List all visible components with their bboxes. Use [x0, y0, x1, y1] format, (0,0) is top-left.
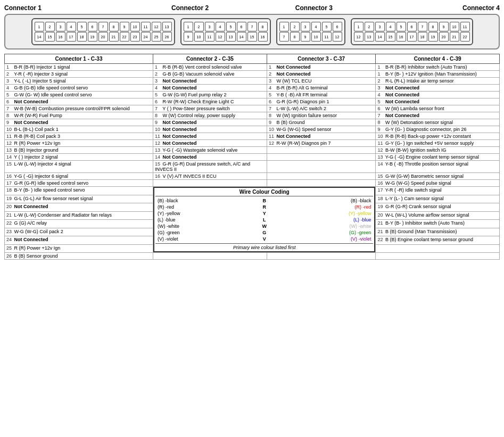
table-row: 18 B-Y (B- ) Idle speed control servo Wi… — [5, 187, 500, 195]
c37-pin10: 10 W-G (W-G) Speed sensor — [267, 126, 376, 133]
table-row: 16 Y-G ( -G) Injector 6 signal 16 V (V) … — [5, 173, 500, 180]
c35-pin7: 7 Y ( ) Pow-Steer pressure switch — [153, 105, 267, 112]
c33-pin1: 1 B-R (B-R) Injector 1 signal — [5, 64, 153, 71]
c33-pin14: 14 Y ( ) Injector 2 signal — [5, 154, 153, 161]
c39-empty2 — [376, 253, 500, 260]
c33-pin22: 22 G (G) A/C relay — [5, 220, 153, 228]
table-row: 13 B (B) Injector ground 13 Y-G ( -G) Wa… — [5, 147, 500, 154]
c39-pin14: 14 Y-B ( -B) Throttle position sensor si… — [376, 161, 500, 173]
c39-pin2: 2 R-L (R-L) Intake air temp sensor — [376, 78, 500, 85]
c35-pin14: 14 Not Connected — [153, 154, 267, 161]
connector-headers: Connector 1 Connector 2 Connector 3 Conn… — [4, 4, 500, 12]
c33-pin15: 15 L-W (L-W) Injector 4 signal — [5, 161, 153, 173]
c33-pin24: 24 Not Connected — [5, 236, 153, 245]
c35-pin2: 2 G-B (G-B) Vacuum solenoid valve — [153, 71, 267, 78]
c33-pin16: 16 Y-G ( -G) Injector 6 signal — [5, 173, 153, 180]
header-c35: Connector 2 - C-35 — [153, 54, 267, 64]
c33-pin17: 17 G-R (G-R) Idle speed control servo — [5, 180, 153, 187]
page: Connector 1 Connector 2 Connector 3 Conn… — [0, 0, 504, 264]
c39-pin15: 15 G-W (G-W) Barometric sensor signal — [376, 173, 500, 180]
c39-pin16: 16 W-G (W-G) Speed pulse signal — [376, 180, 500, 187]
wcc-footer: Primary wire colour listed first — [155, 243, 373, 250]
table-row: 26 B (B) Sensor ground — [5, 253, 500, 260]
c37-empty6 — [267, 253, 376, 260]
c33-pin6: 6 Not Connected — [5, 98, 153, 105]
c33-pin18: 18 B-Y (B- ) Idle speed control servo — [5, 187, 153, 195]
wcc-row-violet: (V) -violet V (V) -violet — [155, 236, 373, 242]
c33-pin19: 19 G-L (G-L) Air flow sensor reset signa… — [5, 195, 153, 203]
c39-pin13: 13 Y-G ( -G) Engine coolant temp sensor … — [376, 154, 500, 161]
c39-pin18: 18 L-Y (L- ) Cam sensor signal — [376, 195, 500, 203]
c39-pin22: 22 B (B) Engine coolant temp sensor grou… — [376, 236, 500, 245]
c39-pin1b: 1 B-Y (B- ) +12V Ignition (Man Transmiss… — [376, 71, 500, 78]
c39-pin11: 11 G-Y (G- ) Ign switched +5V sensor sup… — [376, 140, 500, 147]
c37-empty4 — [267, 173, 376, 180]
c37-pin7: 7 L-W (L-W) A/C switch 2 — [267, 105, 376, 112]
wcc-row-white: (W) -white W (W) -white — [155, 223, 373, 229]
c35-pin3: 3 Not Connected — [153, 78, 267, 85]
c37-pin4: 4 B-R (B-R) Alt G terminal — [267, 85, 376, 92]
connector3-header-label: Connector 3 — [252, 4, 376, 12]
c35-empty — [153, 180, 267, 187]
c37-empty5 — [267, 180, 376, 187]
c39-pin9: 9 G-Y (G- ) Diagnostic connector, pin 26 — [376, 126, 500, 133]
header-c39: Connector 4 - C-39 — [376, 54, 500, 64]
c33-pin7: 7 W-B (W-B) Combustion pressure control/… — [5, 105, 153, 112]
c39-pin17: 17 Y-R ( -R) Idle switch signal — [376, 187, 500, 195]
connector1-diagram: 12345678910111213 1415161718192021222324… — [31, 18, 175, 45]
c39-pin10: 10 R-B (R-B) Back-up power +12v constant — [376, 133, 500, 140]
table-row: 11 R-B (R-B) Coil pack 3 11 Not Connecte… — [5, 133, 500, 140]
c33-pin20: 20 Not Connected — [5, 203, 153, 212]
wcc-row-green: (G) -green G (G) -green — [155, 229, 373, 236]
c39-pin20: 20 W-L (W-L) Volume airflow sensor signa… — [376, 211, 500, 220]
table-row: 15 L-W (L-W) Injector 4 signal 15 G-R (G… — [5, 161, 500, 173]
c33-pin4: 4 G-B (G-B) Idle speed control servo — [5, 85, 153, 92]
table-row: 5 G-W (G- W) Idle speed control servo 5 … — [5, 92, 500, 98]
c39-pin19: 19 G-R (G-R) Crank sensor signal — [376, 203, 500, 212]
c39-pin1: 1 B-R (B-R) Inhibitor switch (Auto Trans… — [376, 64, 500, 71]
c33-pin25: 25 R (R) Power +12v Ign — [5, 244, 153, 253]
wcc-row-black: (B) -black B (B) -black — [155, 197, 373, 204]
c39-pin3: 3 Not Connected — [376, 85, 500, 92]
connector1-header-label: Connector 1 — [4, 4, 128, 12]
c33-pin26: 26 B (B) Sensor ground — [5, 253, 153, 260]
c37-pin2: 2 Not Connected — [267, 71, 376, 78]
connector4-diagram: 1234567891011 1213141516171819202122 — [351, 18, 473, 45]
table-row: 7 W-B (W-B) Combustion pressure control/… — [5, 105, 500, 112]
table-row: 17 G-R (G-R) Idle speed control servo 16… — [5, 180, 500, 187]
c35-pin8: 8 W (W) Control relay, power supply — [153, 112, 267, 119]
wcc-title: Wire Colour Coding — [155, 189, 373, 196]
c35-pin12: 12 Not Connected — [153, 140, 267, 147]
header-c37: Connector 3 - C-37 — [267, 54, 376, 64]
c35-pin11: 11 Not Connected — [153, 133, 267, 140]
table-row: 9 Not Connected 9 Not Connected 9 B (B) … — [5, 119, 500, 126]
c33-pin12: 12 R (R) Power +12v Ign — [5, 140, 153, 147]
c39-pin21a: 21 B-Y (B- ) Inhibitor switch (Auto Tran… — [376, 220, 500, 228]
c33-pin8: 8 W-R (W-R) Fuel Pump — [5, 112, 153, 119]
c35-pin4: 4 Not Connected — [153, 85, 267, 92]
c37-pin1: 1 Not Connected — [267, 64, 376, 71]
table-row: 12 R (R) Power +12v Ign 12 Not Connected… — [5, 140, 500, 147]
c39-pin21b: 21 B (B) Ground (Man Transmission) — [376, 228, 500, 236]
c33-pin21: 21 L-W (L-W) Condenser and Radiator fan … — [5, 211, 153, 220]
c37-empty2 — [267, 154, 376, 161]
table-row: 2 Y-R ( -R) Injector 3 signal 2 G-B (G-B… — [5, 71, 500, 78]
c35-pin16: 16 V (V) A/T INVECS II ECU — [153, 173, 267, 180]
c35-pin1: 1 R-B (R-B) Vent control solenoid valve — [153, 64, 267, 71]
c37-pin5: 5 Y-B ( -B) Alt FR terminal — [267, 92, 376, 98]
connector2-diagram: 12345678 910111213141516 — [180, 18, 271, 45]
c33-pin2: 2 Y-R ( -R) Injector 3 signal — [5, 71, 153, 78]
c33-pin11: 11 R-B (R-B) Coil pack 3 — [5, 133, 153, 140]
c33-pin23: 23 W-G (W-G) Coil pack 2 — [5, 228, 153, 236]
c35-pin5: 5 G-W (G-W) Fuel pump relay 2 — [153, 92, 267, 98]
table-row: 10 B-L (B-L) Coil pack 1 10 Not Connecte… — [5, 126, 500, 133]
table-row: 14 Y ( ) Injector 2 signal 14 Not Connec… — [5, 154, 500, 161]
c35-empty2 — [153, 253, 267, 260]
c37-pin8: 8 W (W) Ignition failure sensor — [267, 112, 376, 119]
c35-pin9: 9 Not Connected — [153, 119, 267, 126]
c37-pin12: 12 R-W (R-W) Diagnos pin 7 — [267, 140, 376, 147]
c35-pin13: 13 Y-G ( -G) Wastegate solenoid valve — [153, 147, 267, 154]
connector2-header-label: Connector 2 — [128, 4, 252, 12]
c33-pin5: 5 G-W (G- W) Idle speed control servo — [5, 92, 153, 98]
c35-pin15: 15 G-R (G-R) Dual pressure switch, A/C a… — [153, 161, 267, 173]
